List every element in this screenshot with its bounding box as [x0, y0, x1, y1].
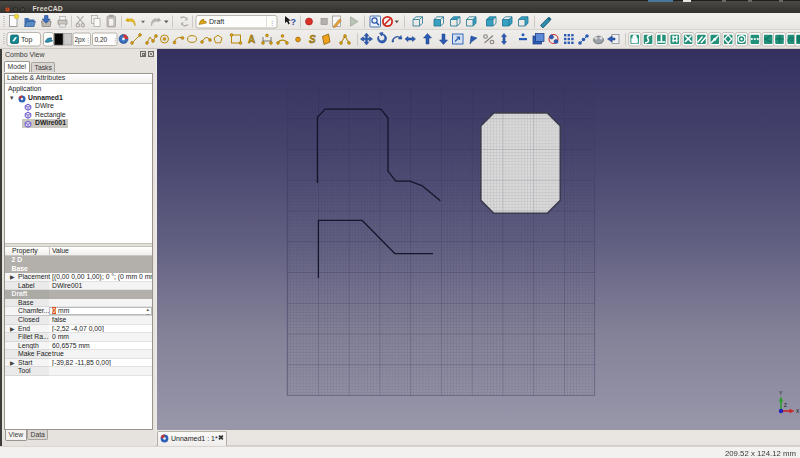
svg-text:Top: Top: [21, 36, 32, 44]
svg-text:⋮: ⋮: [269, 20, 275, 26]
svg-text:A: A: [248, 34, 255, 45]
svg-text:2px: 2px: [75, 36, 86, 44]
svg-text:?: ?: [291, 17, 297, 27]
svg-text:⋮: ⋮: [113, 37, 119, 43]
svg-text:0,20: 0,20: [95, 36, 108, 43]
svg-text:Z: Z: [784, 403, 787, 408]
svg-text:Draft: Draft: [209, 18, 224, 25]
svg-text:S: S: [309, 34, 316, 45]
svg-text:⋮: ⋮: [86, 37, 92, 43]
